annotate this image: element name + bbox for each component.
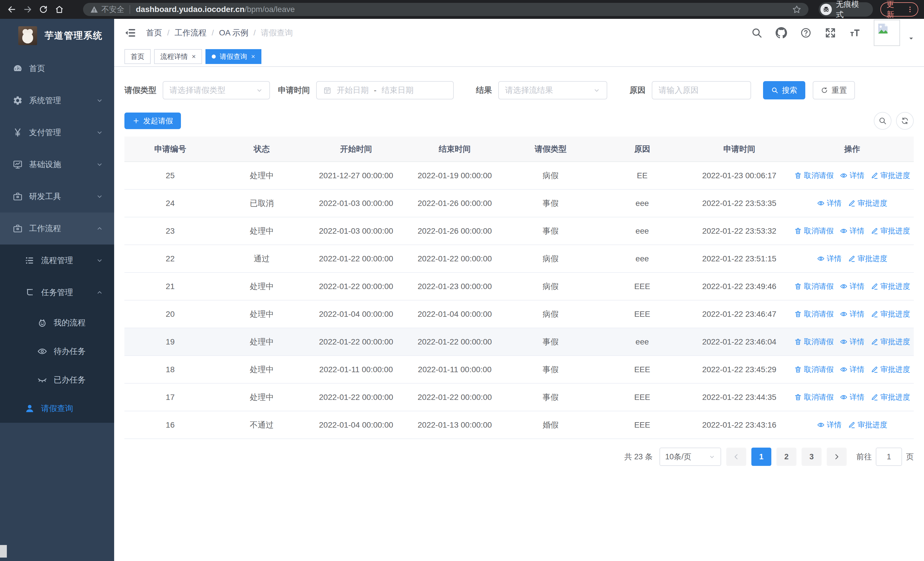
detail-link[interactable]: 详情 — [840, 392, 864, 402]
sidebar-item-task-mgmt[interactable]: 任务管理 — [0, 277, 114, 308]
progress-link[interactable]: 审批进度 — [848, 198, 887, 208]
progress-link[interactable]: 审批进度 — [848, 420, 887, 430]
progress-link[interactable]: 审批进度 — [848, 254, 887, 264]
sidebar-item-workflow[interactable]: 工作流程 — [0, 212, 114, 245]
home-icon — [55, 5, 64, 14]
address-bar[interactable]: 不安全 dashboard.yudao.iocoder.cn /bpm/oa/l… — [83, 3, 808, 16]
sidebar-item-system[interactable]: 系统管理 — [0, 84, 114, 117]
tab-leave-query[interactable]: 请假查询× — [206, 49, 261, 64]
progress-link[interactable]: 审批进度 — [871, 281, 910, 291]
cell-start-time: 2022-01-22 00:00:00 — [308, 384, 405, 411]
detail-link[interactable]: 详情 — [840, 281, 864, 291]
font-size-icon[interactable] — [849, 27, 861, 39]
detail-link[interactable]: 详情 — [817, 198, 842, 208]
cancel-leave-link[interactable]: 取消请假 — [794, 226, 834, 236]
page-button-3[interactable]: 3 — [802, 448, 822, 466]
progress-link[interactable]: 审批进度 — [871, 392, 910, 402]
sidebar-item-todo-tasks[interactable]: 待办任务 — [0, 337, 114, 365]
browser-update-button[interactable]: 更新 — [880, 2, 918, 17]
yen-icon — [12, 127, 23, 138]
progress-link[interactable]: 审批进度 — [871, 364, 910, 375]
sidebar-item-label: 待办任务 — [54, 346, 86, 357]
show-search-button[interactable] — [874, 112, 891, 130]
cell-actions: 取消请假详情审批进度 — [790, 356, 914, 384]
fullscreen-icon[interactable] — [825, 27, 836, 39]
tab-home[interactable]: 首页 — [124, 49, 151, 64]
breadcrumb-item[interactable]: 首页 — [146, 27, 162, 38]
apply-time-label: 申请时间 — [278, 85, 310, 96]
sidebar-item-infra[interactable]: 基础设施 — [0, 149, 114, 180]
tab-process-detail[interactable]: 流程详情× — [154, 49, 202, 64]
github-icon[interactable] — [776, 27, 787, 39]
next-page-button[interactable] — [827, 448, 847, 466]
cell-apply-time: 2022-01-22 23:49:46 — [688, 272, 791, 300]
leave-type-select[interactable]: 请选择请假类型 — [163, 81, 270, 99]
browser-forward-button[interactable] — [21, 3, 34, 16]
help-icon[interactable] — [800, 27, 812, 39]
sidebar-item-devtools[interactable]: 研发工具 — [0, 180, 114, 212]
search-icon[interactable] — [751, 27, 762, 39]
breadcrumb-separator: / — [167, 28, 170, 38]
tab-label: 首页 — [131, 52, 144, 61]
prev-page-button[interactable] — [726, 448, 746, 466]
sidebar-item-leave-query[interactable]: 请假查询 — [0, 394, 114, 423]
progress-link[interactable]: 审批进度 — [871, 170, 910, 180]
apply-time-range-picker[interactable]: 开始日期 - 结束日期 — [316, 81, 454, 99]
avatar-caret-icon[interactable] — [908, 35, 914, 42]
cancel-leave-link[interactable]: 取消请假 — [794, 170, 834, 180]
result-select[interactable]: 请选择流结果 — [498, 81, 607, 99]
detail-link[interactable]: 详情 — [840, 170, 864, 180]
breadcrumb-item[interactable]: OA 示例 — [219, 27, 249, 38]
sidebar-item-process-mgmt[interactable]: 流程管理 — [0, 245, 114, 277]
cancel-leave-link[interactable]: 取消请假 — [794, 392, 834, 402]
detail-link[interactable]: 详情 — [840, 226, 864, 236]
cancel-leave-link[interactable]: 取消请假 — [794, 337, 834, 347]
cancel-leave-link[interactable]: 取消请假 — [794, 281, 834, 291]
cancel-leave-link[interactable]: 取消请假 — [794, 309, 834, 319]
tab-close-icon[interactable]: × — [251, 53, 255, 60]
refresh-table-button[interactable] — [896, 112, 914, 130]
app-logo[interactable]: 芋道管理系统 — [0, 19, 114, 53]
sidebar-item-home[interactable]: 首页 — [0, 53, 114, 84]
cell-apply-time: 2022-01-22 23:43:16 — [688, 411, 791, 439]
app-title: 芋道管理系统 — [45, 29, 103, 42]
page-button-2[interactable]: 2 — [777, 448, 796, 466]
progress-link[interactable]: 审批进度 — [871, 337, 910, 347]
breadcrumb-item[interactable]: 工作流程 — [175, 27, 207, 38]
detail-link[interactable]: 详情 — [840, 337, 864, 347]
page-button-1[interactable]: 1 — [752, 448, 771, 466]
detail-link[interactable]: 详情 — [817, 254, 842, 264]
progress-link[interactable]: 审批进度 — [871, 309, 910, 319]
cell-leave-type: 事假 — [505, 217, 596, 245]
broken-image-icon — [876, 22, 889, 35]
url-divider — [129, 5, 130, 14]
cancel-leave-link[interactable]: 取消请假 — [794, 364, 834, 375]
user-avatar[interactable] — [874, 20, 900, 46]
detail-link[interactable]: 详情 — [840, 364, 864, 375]
sidebar-item-payment[interactable]: 支付管理 — [0, 117, 114, 149]
sidebar-item-my-process[interactable]: 我的流程 — [0, 308, 114, 337]
browser-home-button[interactable] — [53, 3, 66, 16]
table-row: 21处理中2022-01-22 00:00:002022-01-23 00:00… — [124, 272, 914, 300]
browser-menu-dots-icon[interactable] — [906, 6, 914, 13]
create-leave-button[interactable]: 发起请假 — [124, 113, 181, 129]
reset-button[interactable]: 重置 — [813, 81, 855, 99]
progress-link[interactable]: 审批进度 — [871, 226, 910, 236]
detail-link[interactable]: 详情 — [840, 309, 864, 319]
browser-reload-button[interactable] — [37, 3, 50, 16]
goto-page-input[interactable] — [876, 448, 902, 466]
cell-end-time: 2022-01-26 00:00:00 — [405, 190, 505, 217]
browser-back-button[interactable] — [5, 3, 18, 16]
search-button[interactable]: 搜索 — [763, 81, 805, 99]
back-arrow-icon — [7, 5, 16, 14]
reason-input[interactable] — [652, 81, 751, 99]
cell-start-time: 2022-01-22 00:00:00 — [308, 245, 405, 272]
not-secure-label[interactable]: 不安全 — [101, 4, 124, 15]
pen-icon — [848, 255, 855, 263]
bookmark-star-icon[interactable] — [792, 5, 802, 14]
page-size-select[interactable]: 10条/页 — [660, 448, 721, 466]
sidebar-collapse-icon[interactable] — [124, 27, 136, 39]
sidebar-item-done-tasks[interactable]: 已办任务 — [0, 365, 114, 394]
detail-link[interactable]: 详情 — [817, 420, 842, 430]
tab-close-icon[interactable]: × — [192, 53, 196, 60]
